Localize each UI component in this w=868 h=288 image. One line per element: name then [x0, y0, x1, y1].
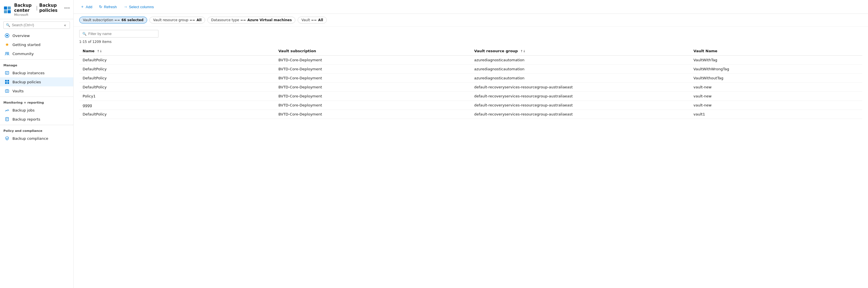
content-area: 🔍 1-15 of 1209 items Name ↑↓ Vault subsc… — [73, 27, 868, 288]
app-header: Backup center | Backup policies ··· Micr… — [0, 0, 73, 19]
backup-reports-label: Backup reports — [12, 117, 40, 121]
col-header-name: Name ↑↓ — [79, 46, 275, 56]
svg-point-5 — [6, 35, 8, 36]
header-title: Backup center | Backup policies ··· Micr… — [14, 3, 70, 17]
table-row[interactable]: DefaultPolicy BVTD-Core-Deployment defau… — [79, 83, 862, 92]
policies-table: Name ↑↓ Vault subscription Vault resourc… — [79, 46, 862, 119]
overview-icon — [4, 33, 10, 38]
svg-point-6 — [5, 52, 7, 54]
filter-chip-vault[interactable]: Vault == All — [298, 17, 327, 24]
table-row[interactable]: DefaultPolicy BVTD-Core-Deployment defau… — [79, 110, 862, 119]
search-box: 🔍 « — [0, 19, 73, 31]
sidebar-item-community[interactable]: Community — [0, 49, 73, 58]
svg-rect-9 — [5, 80, 7, 82]
header-ellipsis-btn[interactable]: ··· — [64, 5, 70, 11]
chip-label-vault-resource-group: Vault resource group == — [153, 18, 195, 22]
select-columns-icon: → — [124, 4, 128, 9]
item-count: 1-15 of 1209 items — [79, 40, 862, 44]
sidebar-item-vaults[interactable]: Vaults — [0, 86, 73, 96]
sidebar-item-backup-jobs[interactable]: Backup jobs — [0, 106, 73, 115]
refresh-icon: ↻ — [99, 4, 102, 9]
backup-reports-icon — [4, 117, 10, 122]
col-header-subscription: Vault subscription — [275, 46, 471, 56]
cell-subscription: BVTD-Core-Deployment — [275, 74, 471, 83]
section-manage-label: Manage — [0, 61, 73, 68]
sort-name-icon[interactable]: ↑↓ — [97, 49, 102, 53]
table-row[interactable]: Policy1 BVTD-Core-Deployment default-rec… — [79, 92, 862, 101]
filter-chip-vault-subscription[interactable]: Vault subscription == 66 selected — [79, 17, 147, 24]
cell-resource-group: azurediagnosticautomation — [471, 65, 690, 74]
header-page: Backup policies — [39, 3, 61, 13]
cell-subscription: BVTD-Core-Deployment — [275, 83, 471, 92]
cell-vault-name: vault-new — [690, 101, 862, 110]
backup-instances-label: Backup instances — [12, 71, 45, 75]
cell-vault-name: VaultWithTag — [690, 56, 862, 65]
svg-point-7 — [7, 52, 9, 54]
sidebar-item-backup-compliance[interactable]: Backup compliance — [0, 134, 73, 143]
sort-rg-icon[interactable]: ↑↓ — [520, 49, 525, 53]
chip-value-datasource-type: Azure Virtual machines — [247, 18, 292, 22]
cell-vault-name: vault-new — [690, 92, 862, 101]
cell-name: gggg — [79, 101, 275, 110]
cell-name: DefaultPolicy — [79, 74, 275, 83]
chip-value-vault: All — [318, 18, 323, 22]
sidebar-item-getting-started[interactable]: Getting started — [0, 40, 73, 49]
filter-chip-datasource-type[interactable]: Datasource type == Azure Virtual machine… — [207, 17, 296, 24]
col-header-vault-name: Vault Name — [690, 46, 862, 56]
header-main: Backup center | Backup policies ··· — [14, 3, 70, 13]
table-body: DefaultPolicy BVTD-Core-Deployment azure… — [79, 56, 862, 119]
toolbar: ＋ Add ↻ Refresh → Select columns — [73, 0, 868, 14]
search-wrap: 🔍 « — [3, 22, 70, 29]
table-header: Name ↑↓ Vault subscription Vault resourc… — [79, 46, 862, 56]
sidebar: Backup center | Backup policies ··· Micr… — [0, 0, 73, 288]
table-row[interactable]: DefaultPolicy BVTD-Core-Deployment azure… — [79, 74, 862, 83]
col-header-resource-group: Vault resource group ↑↓ — [471, 46, 690, 56]
svg-rect-0 — [4, 6, 7, 10]
getting-started-label: Getting started — [12, 43, 40, 47]
section-monitoring-label: Monitoring + reporting — [0, 98, 73, 106]
cell-name: Policy1 — [79, 92, 275, 101]
header-pipe: | — [36, 5, 38, 10]
svg-rect-12 — [7, 82, 9, 84]
backup-instances-icon — [4, 70, 10, 75]
cell-vault-name: vault-new — [690, 83, 862, 92]
sidebar-item-backup-reports[interactable]: Backup reports — [0, 115, 73, 124]
cell-vault-name: VaultWithWrongTag — [690, 65, 862, 74]
add-button[interactable]: ＋ Add — [79, 3, 93, 10]
filter-icon: 🔍 — [82, 32, 87, 36]
table-row[interactable]: DefaultPolicy BVTD-Core-Deployment azure… — [79, 56, 862, 65]
sidebar-item-backup-instances[interactable]: Backup instances — [0, 68, 73, 77]
cell-name: DefaultPolicy — [79, 56, 275, 65]
collapse-button[interactable]: « — [63, 23, 67, 27]
refresh-button[interactable]: ↻ Refresh — [98, 4, 118, 10]
cell-subscription: BVTD-Core-Deployment — [275, 110, 471, 119]
getting-started-icon — [4, 42, 10, 47]
cell-subscription: BVTD-Core-Deployment — [275, 65, 471, 74]
app-title: Backup center — [14, 3, 34, 13]
cell-name: DefaultPolicy — [79, 83, 275, 92]
search-input[interactable] — [12, 23, 61, 27]
filter-input-wrap: 🔍 — [79, 30, 158, 38]
divider-policy — [0, 125, 73, 125]
filter-chip-vault-resource-group[interactable]: Vault resource group == All — [149, 17, 205, 24]
table-row[interactable]: gggg BVTD-Core-Deployment default-recove… — [79, 101, 862, 110]
filter-input[interactable] — [88, 32, 155, 36]
chip-value-vault-resource-group: All — [197, 18, 202, 22]
table-row[interactable]: DefaultPolicy BVTD-Core-Deployment azure… — [79, 65, 862, 74]
vaults-icon — [4, 88, 10, 94]
svg-rect-1 — [8, 6, 11, 10]
cell-name: DefaultPolicy — [79, 65, 275, 74]
chip-label-vault-subscription: Vault subscription == — [83, 18, 120, 22]
sidebar-item-overview[interactable]: Overview — [0, 31, 73, 40]
cell-resource-group: default-recoveryservices-resourcegroup-a… — [471, 92, 690, 101]
app-icon — [3, 6, 11, 14]
select-columns-label: Select columns — [129, 5, 154, 9]
community-label: Community — [12, 52, 34, 56]
sidebar-item-backup-policies[interactable]: Backup policies — [0, 77, 73, 86]
cell-subscription: BVTD-Core-Deployment — [275, 92, 471, 101]
backup-policies-icon — [4, 79, 10, 84]
cell-resource-group: default-recoveryservices-resourcegroup-a… — [471, 110, 690, 119]
select-columns-button[interactable]: → Select columns — [123, 4, 155, 10]
cell-resource-group: azurediagnosticautomation — [471, 74, 690, 83]
svg-rect-13 — [5, 90, 9, 92]
